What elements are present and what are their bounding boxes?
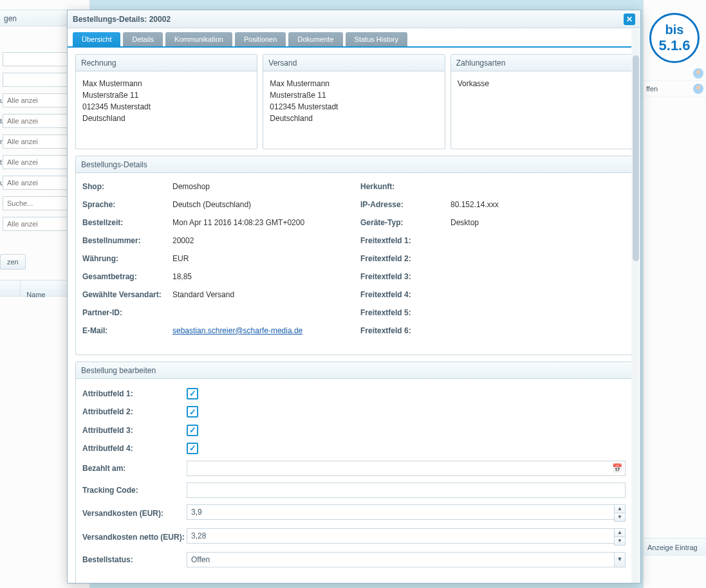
- version-badge: bis 5.1.6: [649, 13, 700, 63]
- shipping-panel: Versand Max Mustermann Musterstraße 11 0…: [263, 54, 445, 149]
- dialog-body: Rechnung Max Mustermann Musterstraße 11 …: [68, 48, 640, 583]
- k-shipmethod: Gewählte Versandart:: [82, 289, 172, 300]
- order-edit-title: Bestellung bearbeiten: [76, 362, 632, 379]
- lbl-attr4: Attributfeld 4:: [82, 443, 187, 454]
- v-total: 18,85: [172, 271, 348, 282]
- v-ft6: [451, 325, 626, 336]
- badge-line2: 5.1.6: [659, 37, 691, 54]
- k-device: Geräte-Typ:: [360, 217, 451, 228]
- dialog-header[interactable]: Bestellungs-Details: 20002 ✕: [68, 10, 640, 28]
- k-ft4: Freitextfeld 4:: [360, 289, 451, 300]
- bg-grid-col1: [0, 280, 21, 297]
- v-shipmethod: Standard Versand: [172, 289, 348, 300]
- k-ft5: Freitextfeld 5:: [360, 307, 451, 318]
- k-partner: Partner-ID:: [82, 307, 172, 318]
- billing-panel: Rechnung Max Mustermann Musterstraße 11 …: [75, 54, 257, 149]
- k-ft2: Freitextfeld 2:: [360, 253, 451, 264]
- v-ordertime: Mon Apr 11 2016 14:08:23 GMT+0200: [172, 217, 348, 228]
- order-details-dialog: Bestellungs-Details: 20002 ✕ Übersicht D…: [67, 10, 641, 583]
- tab-overview[interactable]: Übersicht: [73, 32, 120, 46]
- k-ft1: Freitextfeld 1:: [360, 235, 451, 246]
- input-shipcost-net[interactable]: [187, 528, 614, 544]
- v-partner: [172, 307, 348, 318]
- spin-down-icon[interactable]: ▼: [615, 513, 625, 521]
- avatar-icon: [693, 84, 703, 94]
- k-total: Gesamtbetrag:: [82, 271, 172, 282]
- spin-down-icon[interactable]: ▼: [615, 537, 625, 545]
- v-ip: 80.152.14.xxx: [451, 199, 626, 210]
- v-ft1: [451, 235, 626, 246]
- tab-positions[interactable]: Positionen: [235, 32, 286, 46]
- v-ordernum: 20002: [172, 235, 348, 246]
- input-tracking[interactable]: [187, 482, 626, 498]
- tab-communication[interactable]: Kommunikation: [165, 32, 232, 46]
- dialog-title: Bestellungs-Details: 20002: [73, 15, 171, 24]
- bg-right-row[interactable]: [644, 66, 706, 81]
- lbl-orderstatus: Bestellstatus:: [82, 554, 187, 565]
- payment-value: Vorkasse: [458, 78, 626, 89]
- tab-status-history[interactable]: Status History: [346, 32, 407, 46]
- chevron-down-icon[interactable]: ▼: [614, 552, 626, 567]
- tabs-bar: Übersicht Details Kommunikation Position…: [68, 28, 640, 48]
- v-lang: Deutsch (Deutschland): [172, 199, 348, 210]
- k-ft3: Freitextfeld 3:: [360, 271, 451, 282]
- k-ordertime: Bestellzeit:: [82, 217, 172, 228]
- k-lang: Sprache:: [82, 199, 172, 210]
- payment-panel: Zahlungsarten Vorkasse: [451, 54, 633, 149]
- close-button[interactable]: ✕: [624, 14, 635, 25]
- v-ft3: [451, 271, 626, 282]
- bg-right-row-text: ffen: [646, 81, 658, 96]
- avatar-icon: [693, 68, 703, 78]
- tab-details[interactable]: Details: [123, 32, 163, 46]
- spin-up-icon[interactable]: ▲: [615, 529, 625, 537]
- checkbox-attr4[interactable]: ✓: [187, 443, 198, 454]
- checkbox-attr2[interactable]: ✓: [187, 406, 198, 418]
- k-ft6: Freitextfeld 6:: [360, 325, 451, 336]
- v-currency: EUR: [172, 253, 348, 264]
- v-email-link[interactable]: sebastian.schreier@scharfe-media.de: [172, 326, 302, 335]
- checkbox-attr1[interactable]: ✓: [187, 388, 198, 400]
- order-details-panel: Bestellungs-Details Shop:Demoshop Sprach…: [75, 156, 633, 355]
- shipping-panel-title: Versand: [263, 55, 444, 71]
- k-email: E-Mail:: [82, 325, 172, 336]
- v-shop: Demoshop: [172, 181, 348, 192]
- tab-documents[interactable]: Dokumente: [288, 32, 342, 46]
- input-paid-on[interactable]: [187, 461, 626, 476]
- v-ft2: [451, 253, 626, 264]
- order-details-title: Bestellungs-Details: [76, 156, 632, 173]
- v-ft4: [451, 289, 626, 300]
- bg-submit-button[interactable]: zen: [0, 254, 26, 270]
- select-orderstatus[interactable]: [187, 552, 614, 567]
- details-right-col: Herkunft: IP-Adresse:80.152.14.xxx Gerät…: [360, 181, 626, 343]
- billing-address: Max Mustermann Musterstraße 11 012345 Mu…: [82, 78, 250, 124]
- close-icon: ✕: [626, 15, 633, 24]
- bg-right-footer: Anzeige Eintrag: [644, 538, 706, 556]
- scrollbar-thumb[interactable]: [633, 55, 639, 261]
- bg-right-row[interactable]: ffen: [644, 81, 706, 96]
- checkbox-attr3[interactable]: ✓: [187, 425, 198, 436]
- details-left-col: Shop:Demoshop Sprache:Deutsch (Deutschla…: [82, 181, 348, 343]
- spin-up-icon[interactable]: ▲: [615, 505, 625, 513]
- lbl-attr1: Attributfeld 1:: [82, 388, 187, 400]
- k-shop: Shop:: [82, 181, 172, 192]
- input-shipcost[interactable]: [187, 504, 614, 520]
- k-ordernum: Bestellnummer:: [82, 235, 172, 246]
- shipping-address: Max Mustermann Musterstraße 11 012345 Mu…: [270, 78, 438, 124]
- v-ft5: [451, 307, 626, 318]
- lbl-tracking: Tracking Code:: [82, 484, 187, 496]
- lbl-shipcost-net: Versandkosten netto (EUR):: [82, 531, 187, 543]
- lbl-paidon: Bezahlt am:: [82, 463, 187, 474]
- lbl-attr3: Attributfeld 3:: [82, 425, 187, 436]
- calendar-icon[interactable]: 📅: [610, 461, 624, 475]
- payment-panel-title: Zahlungsarten: [451, 55, 632, 71]
- k-ip: IP-Adresse:: [360, 199, 451, 210]
- lbl-shipcost: Versandkosten (EUR):: [82, 508, 187, 519]
- badge-line1: bis: [665, 23, 684, 37]
- k-origin: Herkunft:: [360, 181, 451, 192]
- billing-panel-title: Rechnung: [76, 55, 257, 71]
- v-origin: [451, 181, 626, 192]
- dialog-scrollbar[interactable]: [631, 30, 640, 583]
- v-device: Desktop: [451, 217, 626, 228]
- bg-right-panel: ffen Anzeige Eintrag: [643, 0, 706, 588]
- k-currency: Währung:: [82, 253, 172, 264]
